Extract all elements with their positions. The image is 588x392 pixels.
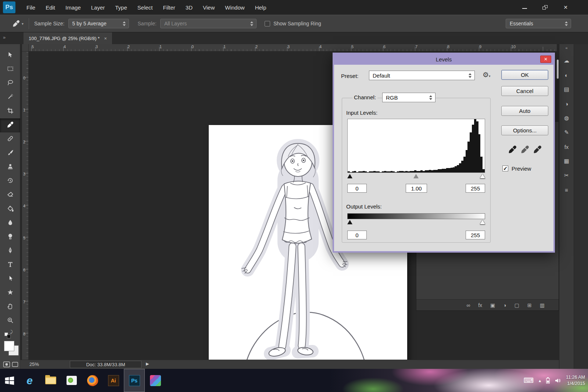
swatches-panel-icon[interactable]: ▤ (562, 85, 571, 93)
path-selection-tool[interactable] (0, 272, 20, 286)
input-gamma-field[interactable]: 1.00 (406, 184, 427, 193)
firefox-button[interactable] (82, 369, 103, 392)
cancel-button[interactable]: Cancel (501, 86, 548, 96)
dock-expand-icon[interactable]: « (559, 44, 574, 51)
dodge-tool[interactable] (0, 230, 20, 244)
green-app-button[interactable] (61, 369, 82, 392)
creative-cloud-panel-icon[interactable]: ☁ (562, 57, 571, 65)
type-tool[interactable] (0, 258, 20, 272)
tab-close-icon[interactable]: × (104, 36, 107, 41)
sample-black-point-eyedropper-icon[interactable] (508, 145, 517, 154)
layer-group-icon[interactable]: ▢ (514, 302, 519, 308)
clock[interactable]: 11:26 AM 1/4/2015 (566, 374, 585, 387)
swap-colors-icon[interactable]: ⤸ (10, 329, 13, 334)
lasso-tool[interactable] (0, 76, 20, 90)
paint-bucket-tool[interactable] (0, 202, 20, 216)
adjustment-layer-icon[interactable]: ◑ (503, 302, 506, 308)
crop-tool[interactable] (0, 104, 20, 118)
battery-icon[interactable] (546, 377, 550, 384)
status-options-arrow-icon[interactable]: ▶ (146, 361, 149, 366)
close-button[interactable]: ✕ (560, 3, 571, 12)
tool-preset-picker[interactable]: ▾ (12, 20, 24, 27)
menu-type[interactable]: Type (110, 0, 132, 15)
menu-file[interactable]: File (21, 0, 40, 15)
layer-mask-icon[interactable]: ▣ (490, 302, 495, 308)
document-tab[interactable]: 100_7766.JPG @ 25% (RGB/8) * × (24, 32, 112, 44)
restore-button[interactable] (539, 3, 551, 12)
menu-layer[interactable]: Layer (86, 0, 110, 15)
toolbar-collapse-icon[interactable]: » (3, 35, 6, 40)
zoom-tool[interactable] (0, 314, 20, 328)
custom-shape-tool[interactable] (0, 286, 20, 300)
document-size-info[interactable]: Doc: 33.8M/33.8M (70, 361, 141, 368)
quick-mask-button[interactable] (3, 361, 10, 369)
options-button[interactable]: Options... (501, 125, 548, 135)
magic-wand-tool[interactable] (0, 90, 20, 104)
pen-tool[interactable] (0, 244, 20, 258)
workspace-select[interactable]: Essentials (506, 19, 571, 28)
color-panel-icon[interactable]: ◐ (562, 71, 571, 79)
blur-tool[interactable] (0, 216, 20, 230)
brush-presets-panel-icon[interactable]: ✎ (562, 128, 571, 136)
link-layers-icon[interactable]: ∞ (466, 302, 470, 308)
input-gamma-slider[interactable] (413, 174, 419, 178)
brush-tool[interactable] (0, 146, 20, 160)
ok-button[interactable]: OK (501, 70, 548, 80)
grid-panel-icon[interactable]: ▦ (562, 157, 571, 165)
adjustments-panel-icon[interactable]: ◑ (562, 100, 571, 108)
menu-window[interactable]: Window (220, 0, 250, 15)
volume-icon[interactable] (555, 378, 561, 383)
sample-white-point-eyedropper-icon[interactable] (533, 145, 542, 154)
preset-select[interactable]: Default (369, 71, 475, 80)
dialog-close-button[interactable]: ✕ (540, 56, 551, 63)
properties-panel-icon[interactable]: ≡ (562, 186, 571, 194)
levels-dialog-titlebar[interactable]: Levels ✕ (334, 54, 553, 65)
start-button[interactable] (0, 369, 19, 392)
file-explorer-button[interactable] (40, 369, 61, 392)
menu-view[interactable]: View (198, 0, 220, 15)
menu-edit[interactable]: Edit (40, 0, 60, 15)
foreground-color-swatch[interactable] (4, 341, 14, 351)
move-tool[interactable] (0, 49, 20, 63)
input-white-field[interactable]: 255 (466, 184, 485, 193)
delete-layer-icon[interactable]: ▥ (540, 302, 545, 308)
output-white-slider[interactable] (480, 220, 485, 224)
menu-filter[interactable]: Filter (158, 0, 180, 15)
auto-button[interactable]: Auto (501, 106, 548, 116)
scrollbar-thumb[interactable] (557, 60, 559, 79)
preview-checkbox[interactable]: ✓ (502, 165, 508, 171)
output-white-field[interactable]: 255 (466, 231, 485, 239)
sample-layers-select[interactable]: All Layers (160, 19, 257, 28)
menu-image[interactable]: Image (60, 0, 86, 15)
3d-panel-icon[interactable]: ◍ (562, 114, 571, 122)
preset-options-button[interactable]: ⚙▾ (483, 71, 491, 79)
layer-effects-icon[interactable]: fx (478, 302, 482, 308)
show-sampling-ring-checkbox[interactable] (265, 21, 270, 26)
zoom-level[interactable]: 25% (29, 361, 39, 367)
menu-help[interactable]: Help (250, 0, 272, 15)
eyedropper-tool[interactable] (0, 118, 20, 132)
history-brush-tool[interactable] (0, 174, 20, 188)
output-black-slider[interactable] (347, 220, 352, 224)
layer-styles-panel-icon[interactable]: fx (562, 143, 571, 151)
rectangular-marquee-tool[interactable] (0, 63, 20, 76)
channel-select[interactable]: RGB (382, 93, 435, 102)
clone-stamp-tool[interactable] (0, 160, 20, 174)
photoshop-button[interactable]: Ps (124, 369, 145, 392)
touch-keyboard-icon[interactable]: ⌨ (524, 376, 534, 385)
input-black-slider[interactable] (347, 174, 352, 178)
minimize-button[interactable] (519, 3, 530, 12)
new-layer-icon[interactable]: ⊞ (527, 302, 532, 308)
input-black-field[interactable]: 0 (347, 184, 367, 193)
menu-select[interactable]: Select (132, 0, 158, 15)
healing-brush-tool[interactable] (0, 132, 20, 146)
internet-explorer-button[interactable]: e (19, 369, 40, 392)
input-white-slider[interactable] (480, 174, 485, 178)
output-black-field[interactable]: 0 (347, 231, 367, 239)
sample-size-select[interactable]: 5 by 5 Average (68, 19, 129, 28)
menu-3d[interactable]: 3D (180, 0, 198, 15)
hand-tool[interactable] (0, 300, 20, 314)
eraser-tool[interactable] (0, 188, 20, 202)
sample-gray-point-eyedropper-icon[interactable] (521, 145, 529, 154)
paint-app-button[interactable] (145, 369, 166, 392)
